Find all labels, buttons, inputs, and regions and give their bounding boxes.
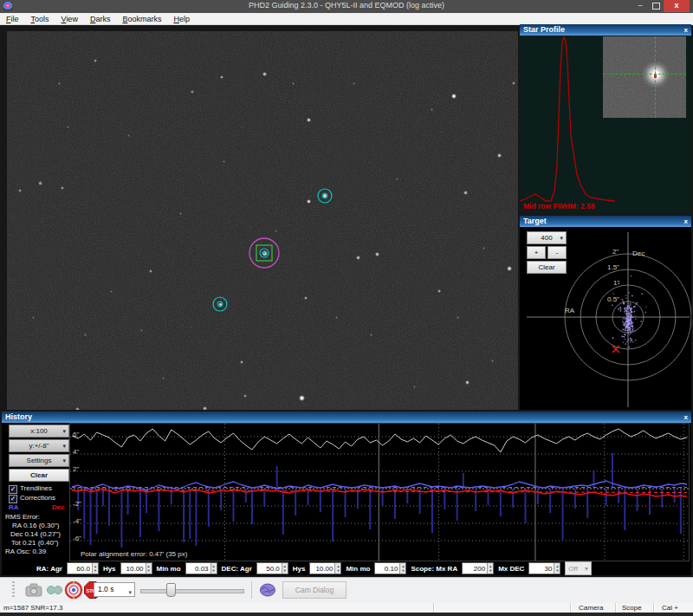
ra-osc-value: RA Osc: 0.39 [5, 548, 46, 555]
loop-exposures-icon[interactable] [45, 580, 64, 600]
status-bar: m=1587 SNR=17.3 Camera Scope Cal + [0, 603, 693, 613]
target-caption[interactable]: Target x [520, 216, 691, 227]
window-titlebar: PHD2 Guiding 2.3.0 - QHY5L-II and EQMOD … [0, 0, 693, 13]
status-scope: Scope [622, 604, 642, 613]
dec-hysteresis-label: Hys [293, 565, 306, 573]
rms-dec-value: Dec 0.14 (0.27") [10, 530, 61, 538]
minimize-button[interactable]: – [632, 0, 648, 12]
dec-hysteresis-spinner[interactable]: 10.00▲▼ [309, 562, 341, 574]
spinner-arrows-icon[interactable]: ▲▼ [399, 563, 405, 574]
corrections-checkbox[interactable]: ✓Corrections [9, 494, 55, 503]
rms-error-header: RMS Error: [5, 513, 40, 521]
history-yscale-select[interactable]: y:+/-8" ▾ [9, 439, 69, 452]
maximize-button[interactable] [648, 0, 664, 12]
close-icon[interactable]: x [684, 216, 688, 227]
spinner-arrows-icon[interactable]: ▲▼ [282, 563, 288, 574]
gamma-slider-track[interactable] [140, 589, 244, 593]
guide-parameters-row: RA: Agr 60.0▲▼ Hys 10.00▲▼ Min mo 0.03▲▼… [36, 561, 592, 575]
dec-minmove-spinner[interactable]: 0.10▲▼ [374, 562, 406, 574]
ytick-m4: -4" [73, 517, 81, 525]
target-zoom-select[interactable]: 400 ▾ [527, 231, 567, 244]
star-profile-content: Mid row FWHM: 2.56 [520, 36, 691, 213]
close-icon[interactable]: x [684, 412, 688, 423]
history-caption[interactable]: History x [2, 412, 691, 423]
ring-label-0-5: 0.5" [607, 295, 619, 303]
star-profile-panel: Star Profile x Mid row FWHM: 2.56 [520, 24, 691, 213]
spinner-arrows-icon[interactable]: ▲▼ [92, 563, 98, 574]
star-inset-image [603, 36, 686, 118]
ra-hysteresis-spinner[interactable]: 10.00▲▼ [120, 562, 152, 574]
close-button[interactable]: x [664, 0, 690, 12]
ring-label-1-5: 1.5" [607, 263, 619, 271]
chevron-down-icon: ▾ [128, 586, 132, 599]
max-ra-duration-spinner[interactable]: 200▲▼ [462, 562, 494, 574]
star-profile-caption[interactable]: Star Profile x [520, 24, 691, 36]
locked-guide-star-marker [249, 238, 279, 268]
spinner-arrows-icon[interactable]: ▲▼ [554, 563, 560, 574]
guide-overlays [7, 31, 518, 410]
brain-advanced-settings-icon[interactable] [258, 580, 277, 600]
trendlines-checkbox[interactable]: ✓Trendlines [9, 484, 52, 493]
gamma-slider-thumb[interactable] [166, 583, 176, 597]
ra-legend-label: RA [9, 503, 19, 511]
dec-aggression-spinner[interactable]: 50.0▲▼ [256, 562, 288, 574]
checkbox-check-icon: ✓ [9, 495, 17, 503]
rms-ra-value: RA 0.16 (0.30") [12, 522, 59, 529]
history-settings-select[interactable]: Settings ▾ [9, 454, 69, 467]
crosshair-horizontal [603, 74, 686, 75]
history-xscale-select[interactable]: x:100 ▾ [9, 425, 69, 438]
menu-view[interactable]: View [55, 13, 84, 24]
target-zoom-value: 400 [541, 234, 552, 242]
ra-minmove-spinner[interactable]: 0.03▲▼ [185, 562, 217, 574]
menu-darks[interactable]: Darks [84, 13, 117, 24]
target-content: 2" 1.5" 1" 0.5" Dec RA 400 ▾ + - Clear [520, 227, 691, 410]
status-cal: Cal + [662, 604, 678, 613]
phd2-window: PHD2 Guiding 2.3.0 - QHY5L-II and EQMOD … [0, 0, 693, 616]
ring-label-1: 1" [613, 279, 619, 287]
max-dec-duration-label: Mx DEC [498, 565, 524, 573]
guide-icon[interactable] [64, 580, 83, 600]
cam-dialog-button[interactable]: Cam Dialog [282, 581, 346, 599]
guide-camera-frame[interactable] [7, 31, 518, 410]
close-icon[interactable]: x [684, 24, 688, 36]
spinner-arrows-icon[interactable]: ▲▼ [146, 563, 152, 574]
menu-bookmarks[interactable]: Bookmarks [116, 13, 167, 24]
ra-axis-label: RA [565, 307, 574, 314]
dec-minmove-label: Min mo [346, 565, 370, 573]
history-panel: History x x:100 ▾ y:+/-8" ▾ Settings ▾ C… [2, 412, 691, 575]
ytick-m2: -2" [73, 500, 81, 508]
target-clear-button[interactable]: Clear [527, 261, 567, 274]
star-profile-title: Star Profile [523, 25, 565, 34]
toolbar-drag-handle[interactable] [12, 581, 15, 599]
history-graph-svg [70, 424, 689, 561]
ra-aggression-spinner[interactable]: 60.0▲▼ [67, 562, 99, 574]
max-dec-duration-spinner[interactable]: 30▲▼ [528, 562, 560, 574]
maximize-icon [652, 3, 660, 10]
target-zoom-out-button[interactable]: - [547, 246, 567, 259]
status-star-mass-snr: m=1587 SNR=17.3 [3, 604, 63, 613]
menu-help[interactable]: Help [167, 13, 196, 24]
menu-tools[interactable]: Tools [25, 13, 55, 24]
ytick-2: 2" [73, 465, 79, 473]
window-bottom-border [0, 613, 693, 616]
camera-capture-icon[interactable] [24, 580, 43, 600]
settings-label: Settings [27, 457, 52, 464]
target-title: Target [523, 217, 547, 225]
rms-tot-value: Tot 0.21 (0.40") [11, 539, 58, 547]
exposure-value: 1.0 s [98, 585, 113, 593]
ytick-m6: -6" [73, 535, 81, 542]
history-clear-button[interactable]: Clear [9, 469, 69, 482]
menu-file[interactable]: File [0, 13, 25, 24]
dec-guide-mode-select[interactable]: Off▾ [565, 561, 592, 575]
fwhm-readout: Mid row FWHM: 2.56 [523, 202, 595, 211]
window-title: PHD2 Guiding 2.3.0 - QHY5L-II and EQMOD … [0, 1, 693, 10]
spinner-arrows-icon[interactable]: ▲▼ [210, 563, 217, 574]
exposure-duration-select[interactable]: 1.0 s ▾ [94, 582, 135, 597]
checkbox-check-icon: ✓ [9, 485, 17, 494]
dec-axis-label: Dec [632, 250, 644, 257]
spinner-arrows-icon[interactable]: ▲▼ [487, 563, 493, 574]
target-zoom-in-button[interactable]: + [527, 246, 546, 259]
spinner-arrows-icon[interactable]: ▲▼ [334, 563, 340, 574]
dec-aggression-label: DEC: Agr [222, 565, 252, 573]
status-camera: Camera [579, 604, 603, 613]
